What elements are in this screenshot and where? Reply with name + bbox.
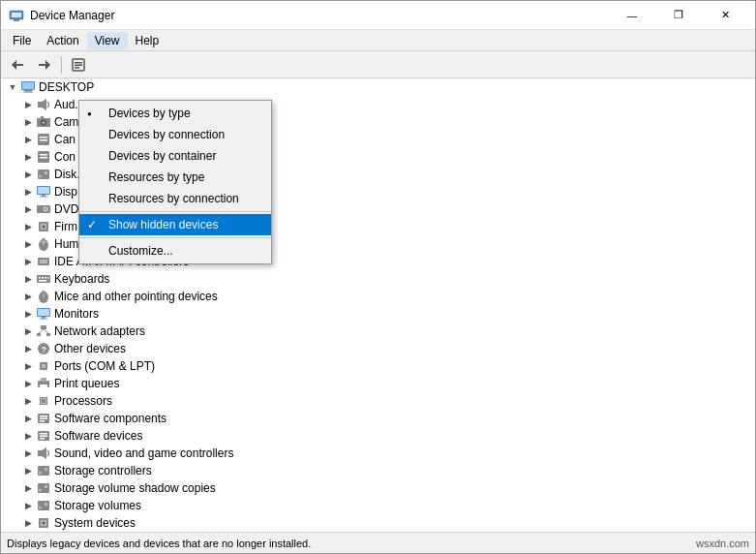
back-button[interactable] bbox=[5, 53, 30, 77]
forward-button[interactable] bbox=[32, 53, 57, 77]
cameras-expander[interactable]: ▶ bbox=[20, 114, 36, 130]
tree-item-other[interactable]: ▶ ? Other devices bbox=[1, 340, 755, 357]
tree-item-software-devices[interactable]: ▶ Software devices bbox=[1, 427, 755, 445]
menu-devices-by-container[interactable]: Devices by container bbox=[79, 145, 271, 167]
menu-view[interactable]: View bbox=[87, 32, 128, 49]
tree-item-ports[interactable]: ▶ Ports (COM & LPT) bbox=[1, 357, 755, 375]
menu-devices-by-connection[interactable]: Devices by connection bbox=[79, 124, 271, 145]
firmware-expander[interactable]: ▶ bbox=[20, 219, 36, 234]
menu-action[interactable]: Action bbox=[39, 32, 86, 49]
monitors-icon bbox=[36, 306, 51, 322]
tree-item-print[interactable]: ▶ Print queues bbox=[1, 375, 755, 392]
ide-expander[interactable]: ▶ bbox=[20, 254, 36, 269]
properties-icon bbox=[72, 58, 85, 72]
menu-resources-by-connection[interactable]: Resources by connection bbox=[79, 188, 271, 209]
storage-controllers-expander[interactable]: ▶ bbox=[20, 463, 36, 478]
system-expander[interactable]: ▶ bbox=[20, 515, 36, 531]
other-expander[interactable]: ▶ bbox=[20, 341, 36, 356]
maximize-button[interactable]: ❐ bbox=[656, 1, 701, 30]
ports-expander[interactable]: ▶ bbox=[20, 358, 36, 374]
svg-point-19 bbox=[43, 121, 45, 124]
software-devices-expander[interactable]: ▶ bbox=[20, 428, 36, 444]
svg-line-63 bbox=[44, 329, 48, 333]
tree-item-storage-shadow[interactable]: ▶ Storage volume shadow copies bbox=[1, 479, 755, 497]
storage-volumes-expander[interactable]: ▶ bbox=[20, 498, 36, 513]
svg-rect-1 bbox=[12, 13, 21, 17]
svg-rect-27 bbox=[38, 169, 49, 179]
sound-expander[interactable]: ▶ bbox=[20, 446, 36, 461]
svg-rect-87 bbox=[38, 483, 49, 493]
svg-rect-6 bbox=[39, 64, 46, 66]
keyboards-icon bbox=[36, 271, 51, 287]
processors-expander[interactable]: ▶ bbox=[20, 393, 36, 409]
svg-point-95 bbox=[43, 522, 45, 525]
root-expander[interactable]: ▼ bbox=[5, 79, 20, 95]
print-expander[interactable]: ▶ bbox=[20, 376, 36, 391]
con-label: Con bbox=[54, 150, 76, 164]
svg-rect-79 bbox=[40, 433, 47, 435]
network-icon bbox=[36, 323, 51, 339]
svg-rect-59 bbox=[41, 325, 46, 329]
menu-show-hidden[interactable]: Show hidden devices bbox=[79, 214, 271, 235]
svg-rect-90 bbox=[38, 501, 49, 510]
title-bar: Device Manager — ❐ ✕ bbox=[1, 1, 755, 30]
menu-resources-by-type[interactable]: Resources by type bbox=[79, 167, 271, 188]
status-message: Displays legacy devices and devices that… bbox=[7, 538, 311, 549]
monitors-expander[interactable]: ▶ bbox=[20, 306, 36, 322]
tree-item-storage-volumes[interactable]: ▶ Storage volumes bbox=[1, 497, 755, 514]
tree-item-processors[interactable]: ▶ Processors bbox=[1, 392, 755, 410]
menu-help[interactable]: Help bbox=[128, 32, 167, 49]
menu-devices-by-type[interactable]: Devices by type bbox=[79, 103, 271, 124]
tree-item-network[interactable]: ▶ Network adapters bbox=[1, 323, 755, 340]
svg-rect-14 bbox=[23, 92, 33, 93]
window-title: Device Manager bbox=[30, 9, 114, 22]
forward-icon bbox=[38, 58, 51, 72]
dvd-expander[interactable]: ▶ bbox=[20, 201, 36, 217]
svg-marker-16 bbox=[42, 99, 46, 110]
ports-icon bbox=[36, 358, 51, 374]
dvd-icon bbox=[36, 201, 51, 217]
svg-rect-12 bbox=[22, 82, 34, 89]
tree-item-sound[interactable]: ▶ Sound, video and game controllers bbox=[1, 445, 755, 462]
svg-point-36 bbox=[45, 208, 46, 210]
minimize-button[interactable]: — bbox=[610, 1, 654, 30]
cameras-icon bbox=[36, 114, 51, 130]
tree-item-storage-controllers[interactable]: ▶ Storage controllers bbox=[1, 462, 755, 479]
can-label: Can bbox=[54, 133, 76, 146]
properties-button[interactable] bbox=[66, 53, 91, 77]
storage-shadow-expander[interactable]: ▶ bbox=[20, 480, 36, 496]
tree-item-software-components[interactable]: ▶ Software components bbox=[1, 410, 755, 427]
close-button[interactable]: ✕ bbox=[703, 1, 747, 30]
keyboards-expander[interactable]: ▶ bbox=[20, 271, 36, 287]
svg-rect-20 bbox=[41, 116, 44, 118]
main-window: Device Manager — ❐ ✕ File Action View He… bbox=[0, 0, 756, 554]
network-expander[interactable]: ▶ bbox=[20, 323, 36, 339]
svg-rect-61 bbox=[46, 333, 50, 336]
storage-controllers-label: Storage controllers bbox=[54, 464, 152, 477]
svg-rect-28 bbox=[45, 171, 47, 174]
menu-customize[interactable]: Customize... bbox=[79, 240, 271, 262]
root-icon bbox=[20, 79, 36, 95]
con-expander[interactable]: ▶ bbox=[20, 149, 36, 165]
mice-expander[interactable]: ▶ bbox=[20, 289, 36, 304]
hid-expander[interactable]: ▶ bbox=[20, 236, 36, 252]
menu-file[interactable]: File bbox=[5, 32, 39, 49]
tree-item-mice[interactable]: ▶ Mice and other pointing devices bbox=[1, 288, 755, 305]
display-expander[interactable]: ▶ bbox=[20, 184, 36, 200]
can-expander[interactable]: ▶ bbox=[20, 132, 36, 147]
tree-item-keyboards[interactable]: ▶ Keyboards bbox=[1, 270, 755, 288]
software-components-expander[interactable]: ▶ bbox=[20, 411, 36, 426]
con-icon bbox=[36, 149, 51, 165]
software-components-icon bbox=[36, 411, 51, 426]
svg-rect-33 bbox=[40, 197, 47, 198]
disk-expander[interactable]: ▶ bbox=[20, 167, 36, 182]
svg-rect-23 bbox=[40, 139, 47, 141]
tree-item-monitors[interactable]: ▶ Monitors bbox=[1, 305, 755, 323]
audio-expander[interactable]: ▶ bbox=[20, 97, 36, 112]
svg-rect-22 bbox=[40, 137, 47, 138]
tree-item-system[interactable]: ▶ System devices bbox=[1, 514, 755, 532]
print-label: Print queues bbox=[54, 377, 119, 390]
svg-rect-4 bbox=[15, 64, 23, 66]
tree-root[interactable]: ▼ DESKTOP bbox=[1, 78, 755, 96]
software-components-label: Software components bbox=[54, 412, 166, 425]
